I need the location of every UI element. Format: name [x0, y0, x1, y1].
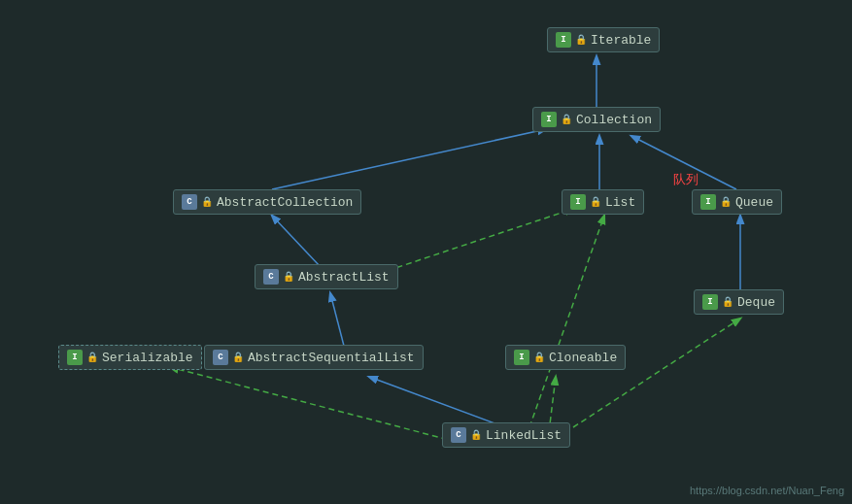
connections-svg: [0, 0, 852, 504]
node-collection: I 🔒 Collection: [532, 107, 661, 132]
icon-collection: I: [541, 112, 557, 127]
queue-label: 队列: [673, 171, 699, 188]
node-abstract-sequential-list: C 🔒 AbstractSequentialList: [204, 345, 424, 370]
lock-abstract-sequential-list: 🔒: [232, 352, 244, 363]
svg-line-9: [529, 216, 604, 427]
svg-line-1: [272, 129, 546, 189]
label-abstract-sequential-list: AbstractSequentialList: [248, 351, 415, 365]
icon-cloneable: I: [514, 350, 529, 365]
label-serializable: Serializable: [102, 351, 193, 365]
label-deque: Deque: [737, 295, 775, 310]
lock-list: 🔒: [590, 196, 601, 208]
watermark: https://blog.csdn.net/Nuan_Feng: [690, 485, 844, 496]
label-abstract-collection: AbstractCollection: [217, 195, 353, 210]
svg-line-10: [170, 367, 457, 442]
diagram-container: I 🔒 Iterable I 🔒 Collection C 🔒 Abstract…: [0, 0, 852, 504]
label-list: List: [605, 195, 635, 210]
svg-line-6: [330, 293, 345, 350]
svg-line-12: [573, 319, 740, 427]
node-queue: I 🔒 Queue: [692, 189, 782, 215]
icon-linked-list: C: [451, 427, 466, 443]
icon-abstract-sequential-list: C: [213, 350, 228, 365]
node-linked-list: C 🔒 LinkedList: [442, 422, 570, 448]
icon-deque: I: [702, 294, 718, 310]
svg-line-4: [272, 216, 321, 267]
icon-list: I: [570, 194, 586, 210]
lock-collection: 🔒: [561, 114, 572, 125]
svg-line-8: [369, 377, 505, 427]
node-cloneable: I 🔒 Cloneable: [505, 345, 626, 370]
lock-linked-list: 🔒: [470, 429, 482, 441]
label-abstract-list: AbstractList: [298, 270, 390, 285]
node-abstract-list: C 🔒 AbstractList: [255, 264, 398, 289]
lock-cloneable: 🔒: [533, 352, 545, 363]
node-serializable: I 🔒 Serializable: [58, 345, 202, 370]
lock-iterable: 🔒: [575, 34, 587, 46]
lock-abstract-list: 🔒: [283, 271, 294, 283]
label-linked-list: LinkedList: [486, 428, 562, 443]
label-cloneable: Cloneable: [549, 351, 617, 365]
icon-queue: I: [700, 194, 716, 210]
node-deque: I 🔒 Deque: [694, 289, 784, 315]
lock-deque: 🔒: [722, 296, 733, 308]
label-iterable: Iterable: [591, 33, 651, 48]
icon-serializable: I: [67, 350, 83, 365]
label-collection: Collection: [576, 113, 652, 127]
icon-iterable: I: [556, 32, 571, 48]
lock-abstract-collection: 🔒: [201, 196, 213, 208]
lock-serializable: 🔒: [86, 352, 98, 363]
lock-queue: 🔒: [720, 196, 732, 208]
svg-line-5: [369, 209, 573, 277]
node-abstract-collection: C 🔒 AbstractCollection: [173, 189, 361, 215]
node-iterable: I 🔒 Iterable: [547, 27, 660, 52]
icon-abstract-list: C: [263, 269, 279, 285]
icon-abstract-collection: C: [182, 194, 197, 210]
node-list: I 🔒 List: [562, 189, 644, 215]
label-queue: Queue: [735, 195, 773, 210]
